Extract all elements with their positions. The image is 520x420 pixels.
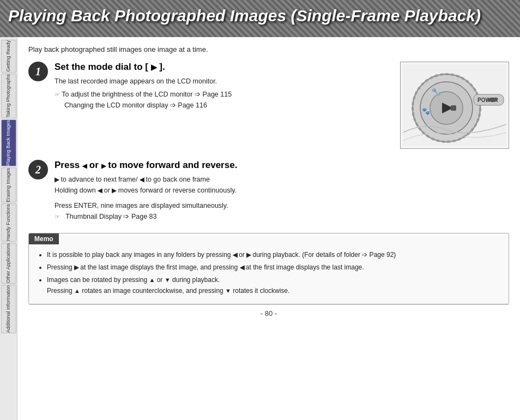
arrow-right-icon-2 <box>55 176 59 183</box>
camera-svg: 🔧 🐾 POWER <box>403 64 506 146</box>
memo-list: It is possible to play back any images i… <box>37 250 500 296</box>
step-2-line3: Press ENTER, nine images are displayed s… <box>55 200 509 211</box>
main-layout: Getting Ready Taking Photographs Playing… <box>0 37 520 420</box>
arrow-left-icon <box>82 163 87 169</box>
arrow-down-memo <box>165 277 171 283</box>
step-2-content: Press or to move forward and reverse. to… <box>55 160 509 222</box>
page-header: Playing Back Photographed Images (Single… <box>0 0 520 37</box>
step-1-row: Set the mode dial to [ ▶ ]. The last rec… <box>55 62 509 149</box>
memo-body: It is possible to play back any images i… <box>29 244 509 304</box>
arrow-right-memo2 <box>74 264 78 271</box>
memo-header: Memo <box>29 233 59 244</box>
arrow-up-memo <box>149 277 155 283</box>
step-2-title: Press or to move forward and reverse. <box>55 160 509 171</box>
step-2-line1: to advance to next frame/ to go back one… <box>55 174 509 185</box>
memo-item-2: Pressing at the last image displays the … <box>47 262 500 273</box>
arrow-left-memo <box>233 251 237 258</box>
step-2-line2: Holding down or moves forward or reverse… <box>55 185 509 196</box>
camera-diagram: 🔧 🐾 POWER <box>400 62 509 149</box>
sidebar-item-additional-information[interactable]: Additional Information <box>1 285 16 333</box>
sidebar-item-erasing-images[interactable]: Erasing Images <box>1 167 16 203</box>
step-2: 2 Press or to move forward and reverse. … <box>28 160 509 222</box>
step-1: 1 Set the mode dial to [ ▶ ]. The last r… <box>28 62 509 149</box>
note-icon-2: ☞ <box>55 213 60 220</box>
page-footer: - 80 - <box>28 304 509 322</box>
sidebar: Getting Ready Taking Photographs Playing… <box>0 37 17 420</box>
content-area: Play back photographed still images one … <box>17 37 520 420</box>
step-1-number: 1 <box>28 62 48 81</box>
memo-box: Memo It is possible to play back any ima… <box>28 233 509 304</box>
svg-text:🔧: 🔧 <box>431 87 441 97</box>
intro-text: Play back photographed still images one … <box>28 45 509 53</box>
svg-text:🐾: 🐾 <box>422 107 430 115</box>
svg-rect-11 <box>487 98 497 101</box>
step-1-note2: Changing the LCD monitor display ➩ Page … <box>55 100 392 111</box>
memo-item-1: It is possible to play back any images i… <box>47 250 500 260</box>
sidebar-item-taking-photographs[interactable]: Taking Photographs <box>1 74 16 118</box>
step-1-content: Set the mode dial to [ ▶ ]. The last rec… <box>55 62 509 149</box>
page-title: Playing Back Photographed Images (Single… <box>0 0 520 32</box>
svg-rect-6 <box>451 105 456 111</box>
arrow-right-icon-3 <box>112 187 116 194</box>
page-number: - 80 - <box>261 309 277 317</box>
step-1-body: The last recorded image appears on the L… <box>55 76 392 111</box>
sidebar-item-handy-functions[interactable]: Handy Functions <box>1 203 16 242</box>
arrow-down-memo2 <box>225 287 231 294</box>
arrow-left-icon-2 <box>140 176 144 183</box>
sidebar-item-getting-ready[interactable]: Getting Ready <box>1 40 16 73</box>
step-2-body: to advance to next frame/ to go back one… <box>55 174 509 222</box>
step-2-note3: ☞ Thumbnail Display ➩ Page 83 <box>55 211 509 222</box>
note-icon-1: ☞ <box>55 91 60 98</box>
step-1-title: Set the mode dial to [ ▶ ]. <box>55 62 392 73</box>
sidebar-item-playing-back-images[interactable]: Playing Back Images <box>1 119 16 166</box>
arrow-right-memo <box>246 251 251 258</box>
step-1-note1: ☞ To adjust the brightness of the LCD mo… <box>55 89 392 100</box>
sidebar-item-other-applications[interactable]: Other Applications <box>1 243 16 284</box>
arrow-right-icon <box>101 163 106 169</box>
step-2-number: 2 <box>28 160 48 179</box>
step-1-text: Set the mode dial to [ ▶ ]. The last rec… <box>55 62 392 111</box>
arrow-left-icon-3 <box>98 187 102 194</box>
arrow-left-memo2 <box>240 264 244 271</box>
memo-item-3: Images can be rotated by pressing or dur… <box>47 275 500 296</box>
arrow-up-memo2 <box>74 287 80 294</box>
